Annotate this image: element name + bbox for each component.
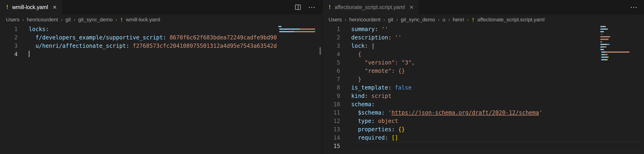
breadcrumb-item[interactable]: Users <box>6 17 19 23</box>
line-number[interactable]: 2 <box>322 34 340 42</box>
code-token: summary <box>351 26 375 32</box>
line-number[interactable]: 2 <box>0 34 18 42</box>
code-token: $schema <box>358 110 382 116</box>
code-lines: 1summary: ''2description: ''3lock: |4 {5… <box>322 25 600 150</box>
breadcrumb: Users›henricourdent›git›git_sync_demo›u›… <box>322 14 644 25</box>
minimap-line <box>600 49 637 50</box>
line-number[interactable]: 11 <box>322 108 340 117</box>
code-line-content: u/henri/affectionate_script: f2768573cfc… <box>18 42 278 50</box>
code-line-content: "remote": {} <box>340 67 600 75</box>
code-token <box>351 51 358 58</box>
tab-wmill-lock[interactable]: ! wmill-lock.yaml × <box>0 0 62 14</box>
chevron-right-icon: › <box>448 16 450 23</box>
text-cursor <box>29 51 30 57</box>
breadcrumb-item[interactable]: Users <box>328 17 342 23</box>
code-token: type <box>358 118 372 124</box>
code-line[interactable]: 1summary: '' <box>322 25 600 34</box>
line-number[interactable]: 4 <box>0 50 18 58</box>
line-number[interactable]: 15 <box>322 142 340 150</box>
code-line-content: is_template: false <box>340 84 600 92</box>
code-token[interactable]: https://json-schema.org/draft/2020-12/sc… <box>391 110 539 116</box>
code-line[interactable]: 9kind: script <box>322 92 600 100</box>
code-line[interactable]: 14 required: [] <box>322 134 600 142</box>
line-number[interactable]: 13 <box>322 125 340 134</box>
minimap-line <box>600 34 637 35</box>
code-line[interactable]: 8is_template: false <box>322 84 600 92</box>
minimap[interactable] <box>278 26 315 36</box>
code-token: 8670f6c62f683bdea72249cadfe9bd90 <box>170 34 277 41</box>
line-number[interactable]: 6 <box>322 67 340 75</box>
code-token: lock <box>351 43 365 49</box>
line-number[interactable]: 5 <box>322 58 340 67</box>
more-actions-icon[interactable]: ⋯ <box>308 4 316 11</box>
code-line[interactable]: 6 "remote": {} <box>322 67 600 75</box>
code-line[interactable]: 2 f/developers_example/supportive_script… <box>0 34 278 42</box>
close-tab-icon[interactable]: × <box>53 4 57 11</box>
minimap-line <box>600 59 637 60</box>
code-token: [] <box>391 134 398 141</box>
breadcrumb-item[interactable]: henri <box>452 17 464 23</box>
line-number[interactable]: 3 <box>0 42 18 50</box>
code-line[interactable]: 5 "version": "3", <box>322 58 600 67</box>
tab-bar-left: ! wmill-lock.yaml × ⋯ <box>0 0 322 14</box>
code-token: schema <box>351 101 372 108</box>
code-line[interactable]: 10schema: <box>322 100 600 108</box>
line-number[interactable]: 10 <box>322 100 340 108</box>
code-line[interactable]: 2description: '' <box>322 34 600 42</box>
code-line-content: lock: | <box>340 42 600 50</box>
close-tab-icon[interactable]: × <box>410 4 414 11</box>
breadcrumb-item[interactable]: affectionate_script.script.yaml <box>478 17 544 23</box>
chevron-right-icon: › <box>74 16 76 23</box>
line-number[interactable]: 9 <box>322 92 340 100</box>
minimap[interactable] <box>600 26 637 64</box>
tab-affectionate-script[interactable]: ! affectionate_script.script.yaml × <box>322 0 418 14</box>
breadcrumb-file-icon: ! <box>472 17 474 23</box>
code-editor-left[interactable]: 1locks:2 f/developers_example/supportive… <box>0 25 322 154</box>
more-actions-icon[interactable]: ⋯ <box>630 4 638 11</box>
yaml-file-icon: ! <box>6 4 9 10</box>
code-line[interactable]: 13 properties: {} <box>322 125 600 134</box>
code-token: : <box>388 84 395 91</box>
minimap-line <box>600 56 637 58</box>
chevron-right-icon: › <box>61 16 63 23</box>
code-line[interactable]: 11 $schema: 'https://json-schema.org/dra… <box>322 108 600 117</box>
breadcrumb-item[interactable]: u <box>442 17 445 23</box>
code-line[interactable]: 3 u/henri/affectionate_script: f2768573c… <box>0 42 278 50</box>
line-number[interactable]: 3 <box>322 42 340 50</box>
breadcrumb-item[interactable]: git <box>388 17 393 23</box>
line-number[interactable]: 1 <box>322 25 340 34</box>
code-editor-right[interactable]: 1summary: ''2description: ''3lock: |4 {5… <box>322 25 644 154</box>
line-number[interactable]: 8 <box>322 84 340 92</box>
code-token: : <box>365 43 372 49</box>
editor-group-left: ! wmill-lock.yaml × ⋯ Users›henricourden… <box>0 0 322 154</box>
line-number[interactable]: 7 <box>322 75 340 84</box>
line-number[interactable]: 14 <box>322 134 340 142</box>
code-token: '' <box>382 26 388 32</box>
code-line[interactable]: 3lock: | <box>322 42 600 50</box>
code-line-content: "version": "3", <box>340 58 600 67</box>
code-line-content: summary: '' <box>340 25 600 34</box>
code-token: : <box>382 110 388 116</box>
breadcrumb-item[interactable]: henricourdent <box>27 17 58 23</box>
breadcrumb-item[interactable]: git_sync_demo <box>401 17 435 23</box>
breadcrumb-item[interactable]: git_sync_demo <box>78 17 112 23</box>
line-number[interactable]: 12 <box>322 117 340 125</box>
code-line[interactable]: 1locks: <box>0 25 278 34</box>
code-line[interactable]: 4 { <box>322 50 600 58</box>
overview-ruler-cursor-marker <box>320 47 321 55</box>
tab-bar-right: ! affectionate_script.script.yaml × ⋯ <box>322 0 644 14</box>
code-line[interactable]: 12 type: object <box>322 117 600 125</box>
code-line[interactable]: 7 } <box>322 75 600 84</box>
code-line-content: } <box>340 75 600 84</box>
code-line[interactable]: 15 <box>322 142 600 150</box>
split-editor-icon[interactable] <box>295 5 301 10</box>
code-line[interactable]: 4 <box>0 50 278 58</box>
breadcrumb-item[interactable]: henricourdent <box>349 17 380 23</box>
line-number[interactable]: 4 <box>322 50 340 58</box>
breadcrumb-item[interactable]: wmill-lock.yaml <box>126 17 160 23</box>
breadcrumb-item[interactable]: git <box>66 17 71 23</box>
code-token: object <box>378 118 398 124</box>
code-token <box>351 126 358 133</box>
line-number[interactable]: 1 <box>0 25 18 34</box>
code-line-content: kind: script <box>340 92 600 100</box>
